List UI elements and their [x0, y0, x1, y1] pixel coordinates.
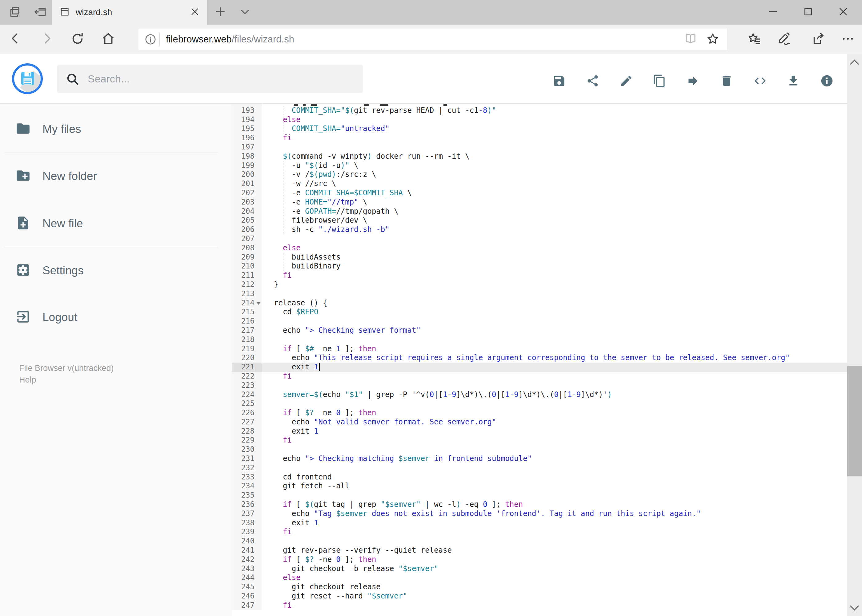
code-line[interactable]: 234 git fetch --all: [232, 482, 847, 491]
code-line[interactable]: 204 -e GOPATH=//tmp/gopath \: [232, 207, 847, 216]
code-line-content[interactable]: fi: [262, 134, 847, 143]
move-button[interactable]: [683, 72, 703, 91]
code-line-content[interactable]: [262, 234, 847, 244]
code-line-content[interactable]: [262, 537, 847, 546]
code-line-content[interactable]: -e HOME="//tmp" \: [262, 198, 847, 207]
address-bar[interactable]: filebrowser.web/files/wizard.sh: [139, 28, 727, 50]
close-window-button[interactable]: [829, 0, 857, 25]
set-tabs-aside-button[interactable]: [28, 0, 53, 25]
code-line[interactable]: 205 filebrowser/dev \: [232, 216, 847, 225]
code-line[interactable]: 211 fi: [232, 271, 847, 280]
code-line-content[interactable]: COMMIT_SHA="untracked": [262, 124, 847, 134]
code-line[interactable]: 246 git reset --hard "$semver": [232, 592, 847, 601]
refresh-button[interactable]: [65, 27, 90, 52]
code-line-content[interactable]: cd frontend: [262, 473, 847, 482]
annotate-button[interactable]: [771, 27, 798, 52]
sidebar-item-my-files[interactable]: My files: [0, 115, 232, 144]
page-scrollbar[interactable]: [847, 54, 862, 616]
code-line[interactable]: 235: [232, 491, 847, 500]
code-line-content[interactable]: else: [262, 573, 847, 583]
share-file-button[interactable]: [583, 72, 603, 91]
code-line[interactable]: 227 echo "Not valid semver format. See s…: [232, 418, 847, 427]
code-line[interactable]: 243 git checkout -b release "$semver": [232, 564, 847, 574]
code-line-content[interactable]: if [ $? -ne 0 ]; then: [262, 555, 847, 564]
code-line-content[interactable]: -e GOPATH=//tmp/gopath \: [262, 207, 847, 216]
code-line-content[interactable]: git rev-parse --verify --quiet release: [262, 546, 847, 555]
code-line[interactable]: 244 else: [232, 573, 847, 583]
code-line[interactable]: 209 buildAssets: [232, 253, 847, 262]
tab-preview-button[interactable]: [3, 0, 28, 25]
code-line-content[interactable]: -u "$(id -u)" \: [262, 161, 847, 170]
code-line-content[interactable]: [262, 289, 847, 299]
code-line[interactable]: 242 if [ $? -ne 0 ]; then: [232, 555, 847, 564]
code-line[interactable]: 224 semver=$(echo "$1" | grep -P '^v(0|[…: [232, 390, 847, 399]
code-line[interactable]: 194 else: [232, 115, 847, 124]
code-line-content[interactable]: [262, 104, 847, 106]
code-line[interactable]: 193 COMMIT_SHA="$(git rev-parse HEAD | c…: [232, 106, 847, 115]
code-line[interactable]: 220 echo "This release script requires a…: [232, 354, 847, 363]
code-line-content[interactable]: [262, 143, 847, 152]
code-line-content[interactable]: else: [262, 244, 847, 253]
code-line-content[interactable]: semver=$(echo "$1" | grep -P '^v(0|[1-9]…: [262, 390, 847, 399]
code-line[interactable]: 241 git rev-parse --verify --quiet relea…: [232, 546, 847, 555]
code-line-content[interactable]: -v /$(pwd):/src:z \: [262, 170, 847, 179]
download-button[interactable]: [783, 72, 803, 91]
code-line-content[interactable]: if [ $? -ne 0 ]; then: [262, 409, 847, 418]
code-line[interactable]: 203 -e HOME="//tmp" \: [232, 198, 847, 207]
code-line[interactable]: 233 cd frontend: [232, 473, 847, 482]
more-button[interactable]: [834, 27, 861, 52]
search-bar[interactable]: [57, 64, 363, 93]
sidebar-item-settings[interactable]: Settings: [0, 256, 232, 285]
code-line-content[interactable]: else: [262, 115, 847, 124]
share-button[interactable]: [804, 27, 831, 52]
fold-marker-icon[interactable]: [256, 302, 261, 305]
code-line[interactable]: 210 buildBinary: [232, 262, 847, 271]
code-editor[interactable]: 193 COMMIT_SHA="$(git rev-parse HEAD | c…: [232, 104, 847, 616]
code-line-content[interactable]: sh -c "./wizard.sh -b": [262, 225, 847, 234]
code-line-content[interactable]: [262, 317, 847, 326]
code-line-content[interactable]: if [ $(git tag | grep "$semver" | wc -l)…: [262, 500, 847, 509]
code-line[interactable]: 219 if [ $# -ne 1 ]; then: [232, 344, 847, 354]
forward-button[interactable]: [35, 27, 59, 52]
home-button[interactable]: [96, 27, 121, 52]
help-link[interactable]: Help: [19, 374, 36, 385]
reading-view-button[interactable]: [679, 30, 702, 49]
code-line-content[interactable]: fi: [262, 372, 847, 381]
code-line-content[interactable]: [262, 445, 847, 454]
code-line-content[interactable]: echo "> Checking matching $semver in fro…: [262, 454, 847, 464]
code-line[interactable]: 229 fi: [232, 436, 847, 445]
code-line-content[interactable]: exit 1: [262, 363, 847, 372]
minimize-button[interactable]: [759, 0, 787, 25]
code-line[interactable]: 221 exit 1: [232, 363, 847, 372]
code-line[interactable]: 198 $(command -v winpty) docker run --rm…: [232, 152, 847, 161]
code-line[interactable]: 236 if [ $(git tag | grep "$semver" | wc…: [232, 500, 847, 509]
code-line[interactable]: 225: [232, 399, 847, 409]
scrollbar-thumb[interactable]: [847, 366, 862, 476]
code-line-content[interactable]: buildAssets: [262, 253, 847, 262]
code-line-content[interactable]: [262, 464, 847, 473]
code-line[interactable]: 199 -u "$(id -u)" \: [232, 161, 847, 170]
tabs-chevron-button[interactable]: [233, 0, 257, 25]
code-line[interactable]: [232, 104, 847, 106]
code-line[interactable]: 232: [232, 464, 847, 473]
delete-button[interactable]: [717, 72, 736, 91]
code-line-content[interactable]: [262, 335, 847, 344]
code-line-content[interactable]: exit 1: [262, 427, 847, 436]
new-tab-button[interactable]: [208, 0, 233, 25]
code-line[interactable]: 207: [232, 234, 847, 244]
code-line[interactable]: 218: [232, 335, 847, 344]
code-line-content[interactable]: if [ $# -ne 1 ]; then: [262, 344, 847, 354]
code-line[interactable]: 195 COMMIT_SHA="untracked": [232, 124, 847, 134]
code-line-content[interactable]: buildBinary: [262, 262, 847, 271]
view-source-button[interactable]: [750, 72, 770, 91]
filebrowser-logo[interactable]: [12, 63, 43, 94]
code-line[interactable]: 238 exit 1: [232, 519, 847, 528]
back-button[interactable]: [3, 27, 28, 52]
scroll-up-icon[interactable]: [850, 60, 859, 69]
code-line[interactable]: 212}: [232, 280, 847, 289]
code-line[interactable]: 230: [232, 445, 847, 454]
browser-tab[interactable]: wizard.sh: [52, 0, 207, 25]
code-line-content[interactable]: -e COMMIT_SHA=$COMMIT_SHA \: [262, 189, 847, 198]
edit-button[interactable]: [616, 72, 636, 91]
code-line[interactable]: 200 -v /$(pwd):/src:z \: [232, 170, 847, 179]
